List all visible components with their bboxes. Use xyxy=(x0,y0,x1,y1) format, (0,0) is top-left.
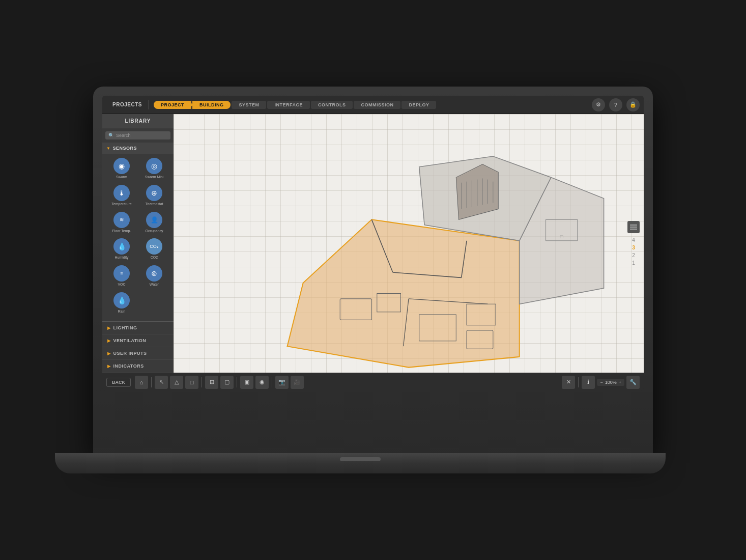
building-3d-view: □ xyxy=(174,114,644,373)
sensors-arrow-icon: ▼ xyxy=(106,146,110,151)
humidity-label: Humidity xyxy=(114,256,128,260)
ventilation-arrow-icon: ▶ xyxy=(107,339,111,343)
close-tool-button[interactable]: ✕ xyxy=(562,376,575,389)
rect-tool-button[interactable]: □ xyxy=(185,376,198,389)
sensor-voc[interactable]: ≡ VOC xyxy=(106,265,137,290)
voc-label: VOC xyxy=(118,283,125,287)
sensor-thermostat[interactable]: ⊕ Thermostat xyxy=(139,185,169,210)
cam1-tool-button[interactable]: 📷 xyxy=(275,376,289,389)
water-label: Water xyxy=(150,283,159,287)
level-1[interactable]: 1 xyxy=(628,260,639,266)
sensor-swarm-mini[interactable]: ◎ Swarm Mini xyxy=(139,158,169,183)
thermostat-icon: ⊕ xyxy=(146,185,162,201)
sidebar: LIBRARY 🔍 ▼ SENSORS ◉ xyxy=(102,114,174,373)
level-indicator: 4 3 2 1 xyxy=(627,221,640,266)
cam2-tool-button[interactable]: 🎥 xyxy=(291,376,304,389)
back-button[interactable]: BACK xyxy=(106,378,131,387)
canvas-area[interactable]: □ xyxy=(174,114,644,373)
sidebar-item-lighting[interactable]: ▶ LIGHTING xyxy=(102,322,174,334)
nav-tabs: PROJECT BUILDING SYSTEM INTERFACE CONTRO… xyxy=(154,101,592,109)
home-tool-button[interactable]: ⌂ xyxy=(135,376,148,389)
projects-button[interactable]: PROJECTS xyxy=(106,100,149,109)
indicators-arrow-icon: ▶ xyxy=(107,364,111,369)
wrench-tool-button[interactable]: 🔧 xyxy=(626,376,640,389)
sensors-label: SENSORS xyxy=(112,146,137,151)
top-navigation: PROJECTS PROJECT BUILDING SYSTEM INTERFA… xyxy=(102,96,644,114)
tab-controls[interactable]: CONTROLS xyxy=(311,101,353,109)
toolbar-separator-2 xyxy=(202,377,202,387)
level-3[interactable]: 3 xyxy=(628,245,639,250)
svg-rect-25 xyxy=(630,225,637,226)
toolbar-separator-5 xyxy=(578,377,579,387)
co2-label: CO2 xyxy=(151,256,158,260)
toolbar-separator-1 xyxy=(151,377,152,387)
sensor-temperature[interactable]: 🌡 Temperature xyxy=(106,185,137,210)
search-input[interactable] xyxy=(116,133,167,138)
main-content: LIBRARY 🔍 ▼ SENSORS ◉ xyxy=(102,114,644,373)
settings-icon[interactable]: ⚙ xyxy=(592,98,605,111)
floor-temp-icon: ≋ xyxy=(113,212,130,228)
cursor-tool-button[interactable]: ↖ xyxy=(155,376,168,389)
sensor-water[interactable]: ⊚ Water xyxy=(139,265,169,290)
zoom-plus-icon[interactable]: + xyxy=(619,380,621,385)
panel-tool-button[interactable]: ▣ xyxy=(240,376,253,389)
sensor-rain[interactable]: 💧 Rain xyxy=(106,292,137,317)
sensor-humidity[interactable]: 💧 Humidity xyxy=(106,238,137,263)
sensor-swarm[interactable]: ◉ Swarm xyxy=(106,158,137,183)
toolbar-separator-4 xyxy=(272,377,272,387)
triangle-tool-button[interactable]: △ xyxy=(170,376,183,389)
rain-label: Rain xyxy=(118,310,125,314)
help-icon[interactable]: ? xyxy=(609,98,622,111)
swarm-mini-icon: ◎ xyxy=(146,158,162,174)
tab-system[interactable]: SYSTEM xyxy=(232,101,266,109)
occupancy-label: Occupancy xyxy=(145,229,163,233)
circle-tool-button[interactable]: ◉ xyxy=(255,376,269,389)
sensors-grid: ◉ Swarm ◎ Swarm Mini 🌡 Temperature ⊕ xyxy=(102,154,174,321)
sensors-section-header[interactable]: ▼ SENSORS xyxy=(102,143,174,154)
temperature-label: Temperature xyxy=(111,202,131,206)
humidity-icon: 💧 xyxy=(113,238,130,255)
water-icon: ⊚ xyxy=(146,265,162,282)
tab-commission[interactable]: COMMISSION xyxy=(354,101,400,109)
search-bar: 🔍 xyxy=(102,128,174,143)
swarm-icon: ◉ xyxy=(113,158,130,174)
sensor-occupancy[interactable]: 👤 Occupancy xyxy=(139,212,169,237)
zoom-value: 100% xyxy=(605,380,617,385)
tab-project[interactable]: PROJECT xyxy=(154,101,191,109)
zoom-minus-icon[interactable]: − xyxy=(600,380,602,385)
sidebar-item-ventilation[interactable]: ▶ VENTILATION xyxy=(102,334,174,347)
info-tool-button[interactable]: ℹ xyxy=(582,376,595,389)
square-tool-button[interactable]: ▢ xyxy=(220,376,234,389)
app-screen: PROJECTS PROJECT BUILDING SYSTEM INTERFA… xyxy=(102,96,644,391)
zoom-control[interactable]: − 100% + xyxy=(597,379,624,386)
tab-interface[interactable]: INTERFACE xyxy=(267,101,310,109)
sidebar-header: LIBRARY xyxy=(102,114,174,128)
swarm-label: Swarm xyxy=(116,175,127,179)
svg-rect-23 xyxy=(630,229,637,230)
bottom-toolbar: BACK ⌂ ↖ △ □ ⊞ ▢ ▣ ◉ 📷 🎥 ✕ ℹ xyxy=(102,373,644,391)
lock-icon[interactable]: 🔒 xyxy=(626,98,640,111)
sensor-floor-temp[interactable]: ≋ Floor Temp. xyxy=(106,212,137,237)
indicators-label: INDICATORS xyxy=(113,363,144,369)
search-icon: 🔍 xyxy=(108,133,114,138)
lighting-label: LIGHTING xyxy=(113,325,137,330)
level-4[interactable]: 4 xyxy=(628,237,639,243)
tab-deploy[interactable]: DEPLOY xyxy=(401,101,436,109)
search-wrap: 🔍 xyxy=(105,131,170,139)
tab-building[interactable]: BUILDING xyxy=(192,101,231,109)
swarm-mini-label: Swarm Mini xyxy=(145,175,164,179)
nav-icons: ⚙ ? 🔒 xyxy=(592,98,640,111)
sidebar-item-indicators[interactable]: ▶ INDICATORS xyxy=(102,360,174,373)
co2-icon: CO₂ xyxy=(146,238,162,255)
sidebar-item-user-inputs[interactable]: ▶ USER INPUTS xyxy=(102,347,174,360)
grid-tool-button[interactable]: ⊞ xyxy=(205,376,218,389)
toolbar-separator-3 xyxy=(237,377,237,387)
occupancy-icon: 👤 xyxy=(146,212,162,228)
thermostat-label: Thermostat xyxy=(145,202,163,206)
floor-temp-label: Floor Temp. xyxy=(112,229,131,233)
sensor-co2[interactable]: CO₂ CO2 xyxy=(139,238,169,263)
rain-icon: 💧 xyxy=(113,292,130,309)
ventilation-label: VENTILATION xyxy=(113,338,147,343)
level-2[interactable]: 2 xyxy=(628,253,639,258)
layers-icon[interactable] xyxy=(627,221,640,233)
